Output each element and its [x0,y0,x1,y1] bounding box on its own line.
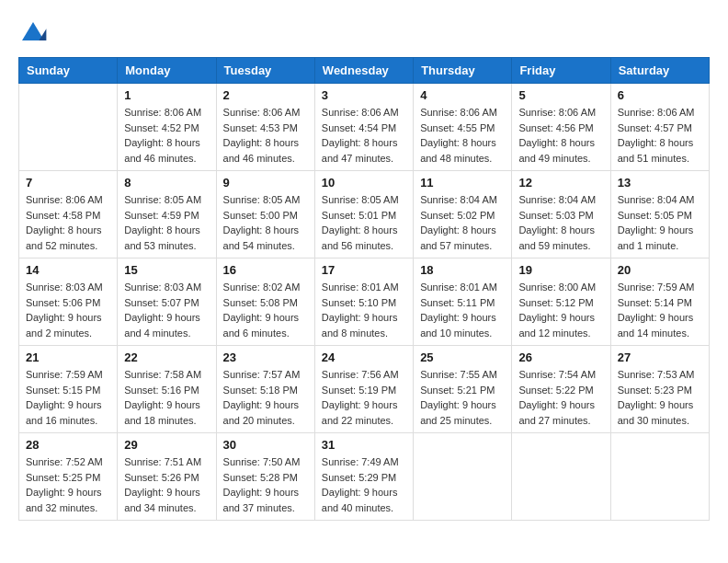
calendar-cell: 7Sunrise: 8:06 AMSunset: 4:58 PMDaylight… [19,171,118,259]
day-number: 4 [420,88,505,102]
day-info: Sunrise: 8:05 AMSunset: 5:00 PMDaylight:… [223,192,308,253]
day-number: 12 [518,176,603,190]
calendar-cell: 31Sunrise: 7:49 AMSunset: 5:29 PMDayligh… [314,433,413,521]
header-thursday: Thursday [414,58,512,84]
day-info: Sunrise: 7:58 AMSunset: 5:16 PMDaylight:… [124,367,209,428]
calendar-cell: 3Sunrise: 8:06 AMSunset: 4:54 PMDaylight… [314,84,413,171]
day-info: Sunrise: 8:04 AMSunset: 5:03 PMDaylight:… [518,192,603,253]
calendar-cell: 2Sunrise: 8:06 AMSunset: 4:53 PMDaylight… [216,84,314,171]
day-info: Sunrise: 8:02 AMSunset: 5:08 PMDaylight:… [223,280,308,340]
day-info: Sunrise: 8:06 AMSunset: 4:55 PMDaylight:… [420,105,505,166]
calendar-table: Sunday Monday Tuesday Wednesday Thursday… [18,57,710,521]
header-sunday: Sunday [19,58,118,84]
calendar-cell: 16Sunrise: 8:02 AMSunset: 5:08 PMDayligh… [216,259,314,346]
day-info: Sunrise: 7:59 AMSunset: 5:15 PMDaylight:… [26,367,110,428]
day-info: Sunrise: 7:51 AMSunset: 5:26 PMDaylight:… [124,454,209,515]
calendar-cell: 24Sunrise: 7:56 AMSunset: 5:19 PMDayligh… [314,346,413,433]
calendar-cell: 1Sunrise: 8:06 AMSunset: 4:52 PMDaylight… [118,84,216,171]
calendar-cell: 18Sunrise: 8:01 AMSunset: 5:11 PMDayligh… [414,259,512,346]
day-info: Sunrise: 7:53 AMSunset: 5:23 PMDaylight:… [618,367,702,428]
week-row-5: 28Sunrise: 7:52 AMSunset: 5:25 PMDayligh… [19,433,710,521]
calendar-cell: 6Sunrise: 8:06 AMSunset: 4:57 PMDaylight… [610,84,709,171]
day-number: 18 [420,263,505,277]
header-wednesday: Wednesday [314,58,413,84]
day-number: 7 [26,176,110,190]
day-info: Sunrise: 8:01 AMSunset: 5:10 PMDaylight:… [322,280,406,340]
logo-icon [18,18,48,48]
day-info: Sunrise: 8:03 AMSunset: 5:06 PMDaylight:… [26,280,110,340]
day-info: Sunrise: 8:06 AMSunset: 4:58 PMDaylight:… [26,192,110,253]
day-number: 10 [322,176,406,190]
day-info: Sunrise: 7:59 AMSunset: 5:14 PMDaylight:… [618,280,702,340]
day-info: Sunrise: 7:55 AMSunset: 5:21 PMDaylight:… [420,367,505,428]
calendar-cell: 23Sunrise: 7:57 AMSunset: 5:18 PMDayligh… [216,346,314,433]
calendar-cell: 20Sunrise: 7:59 AMSunset: 5:14 PMDayligh… [610,259,709,346]
week-row-3: 14Sunrise: 8:03 AMSunset: 5:06 PMDayligh… [19,259,710,346]
calendar-cell: 15Sunrise: 8:03 AMSunset: 5:07 PMDayligh… [118,259,216,346]
day-info: Sunrise: 8:06 AMSunset: 4:52 PMDaylight:… [124,105,209,166]
calendar-cell: 9Sunrise: 8:05 AMSunset: 5:00 PMDaylight… [216,171,314,259]
day-number: 29 [124,438,209,452]
week-row-4: 21Sunrise: 7:59 AMSunset: 5:15 PMDayligh… [19,346,710,433]
week-row-2: 7Sunrise: 8:06 AMSunset: 4:58 PMDaylight… [19,171,710,259]
calendar-cell: 14Sunrise: 8:03 AMSunset: 5:06 PMDayligh… [19,259,118,346]
calendar-cell: 22Sunrise: 7:58 AMSunset: 5:16 PMDayligh… [118,346,216,433]
day-number: 24 [322,350,406,364]
calendar-cell: 11Sunrise: 8:04 AMSunset: 5:02 PMDayligh… [414,171,512,259]
day-info: Sunrise: 7:50 AMSunset: 5:28 PMDaylight:… [223,454,308,515]
calendar-cell: 21Sunrise: 7:59 AMSunset: 5:15 PMDayligh… [19,346,118,433]
day-info: Sunrise: 8:06 AMSunset: 4:54 PMDaylight:… [322,105,406,166]
day-info: Sunrise: 7:54 AMSunset: 5:22 PMDaylight:… [518,367,603,428]
day-number: 1 [124,88,209,102]
day-info: Sunrise: 8:06 AMSunset: 4:56 PMDaylight:… [518,105,603,166]
calendar-cell: 26Sunrise: 7:54 AMSunset: 5:22 PMDayligh… [512,346,610,433]
calendar-cell: 19Sunrise: 8:00 AMSunset: 5:12 PMDayligh… [512,259,610,346]
day-number: 2 [223,88,308,102]
day-number: 25 [420,350,505,364]
day-info: Sunrise: 7:57 AMSunset: 5:18 PMDaylight:… [223,367,308,428]
day-info: Sunrise: 8:04 AMSunset: 5:02 PMDaylight:… [420,192,505,253]
day-info: Sunrise: 8:03 AMSunset: 5:07 PMDaylight:… [124,280,209,340]
day-info: Sunrise: 7:49 AMSunset: 5:29 PMDaylight:… [322,454,406,515]
page-header [18,18,710,48]
calendar-cell [414,433,512,521]
day-number: 16 [223,263,308,277]
calendar-cell [19,84,118,171]
calendar-cell: 13Sunrise: 8:04 AMSunset: 5:05 PMDayligh… [610,171,709,259]
day-number: 9 [223,176,308,190]
day-number: 11 [420,176,505,190]
day-number: 26 [518,350,603,364]
calendar-cell [512,433,610,521]
calendar-cell: 8Sunrise: 8:05 AMSunset: 4:59 PMDaylight… [118,171,216,259]
day-number: 28 [26,438,110,452]
day-number: 27 [618,350,702,364]
day-number: 3 [322,88,406,102]
day-number: 13 [618,176,702,190]
calendar-cell: 25Sunrise: 7:55 AMSunset: 5:21 PMDayligh… [414,346,512,433]
day-number: 19 [518,263,603,277]
calendar-cell: 27Sunrise: 7:53 AMSunset: 5:23 PMDayligh… [610,346,709,433]
day-info: Sunrise: 7:56 AMSunset: 5:19 PMDaylight:… [322,367,406,428]
day-info: Sunrise: 8:04 AMSunset: 5:05 PMDaylight:… [618,192,702,253]
calendar-cell: 5Sunrise: 8:06 AMSunset: 4:56 PMDaylight… [512,84,610,171]
day-info: Sunrise: 7:52 AMSunset: 5:25 PMDaylight:… [26,454,110,515]
day-number: 20 [618,263,702,277]
day-info: Sunrise: 8:01 AMSunset: 5:11 PMDaylight:… [420,280,505,340]
day-number: 30 [223,438,308,452]
header-monday: Monday [118,58,216,84]
calendar-cell: 29Sunrise: 7:51 AMSunset: 5:26 PMDayligh… [118,433,216,521]
calendar-cell: 28Sunrise: 7:52 AMSunset: 5:25 PMDayligh… [19,433,118,521]
weekday-header-row: Sunday Monday Tuesday Wednesday Thursday… [19,58,710,84]
calendar-cell [610,433,709,521]
header-saturday: Saturday [610,58,709,84]
header-tuesday: Tuesday [216,58,314,84]
day-info: Sunrise: 8:05 AMSunset: 4:59 PMDaylight:… [124,192,209,253]
calendar-cell: 10Sunrise: 8:05 AMSunset: 5:01 PMDayligh… [314,171,413,259]
day-number: 15 [124,263,209,277]
day-info: Sunrise: 8:06 AMSunset: 4:53 PMDaylight:… [223,105,308,166]
calendar-cell: 12Sunrise: 8:04 AMSunset: 5:03 PMDayligh… [512,171,610,259]
logo [18,18,51,48]
day-info: Sunrise: 8:00 AMSunset: 5:12 PMDaylight:… [518,280,603,340]
header-friday: Friday [512,58,610,84]
day-info: Sunrise: 8:06 AMSunset: 4:57 PMDaylight:… [618,105,702,166]
